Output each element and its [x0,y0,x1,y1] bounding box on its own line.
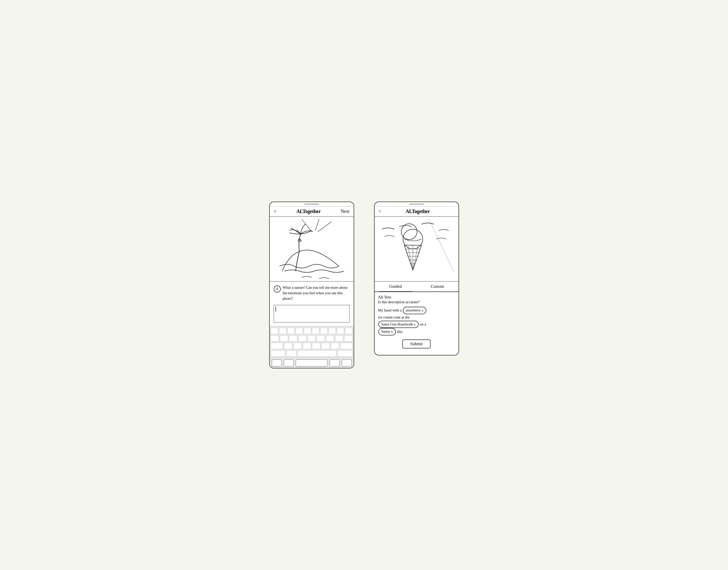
alt-text-body-mid2: on a [420,322,426,326]
key[interactable] [296,328,303,334]
shift-key[interactable] [271,343,284,349]
question-text: What a sunset! Can you tell me more abou… [283,285,350,301]
key[interactable] [312,328,319,334]
svg-line-2 [318,222,331,232]
phone2-title: ALTogether [406,209,430,214]
key[interactable] [345,328,352,334]
key[interactable] [326,335,334,342]
key[interactable] [284,343,293,349]
key[interactable] [316,335,325,342]
key[interactable] [328,328,336,334]
submit-button[interactable]: Submit [402,339,430,348]
svg-line-1 [315,219,319,230]
keyboard-row-1 [271,328,353,334]
tab-custom[interactable]: Custom [417,282,458,291]
phone-1: < ALTogether Next [269,202,354,368]
phone2-nav: < ALTogether [375,207,458,217]
key[interactable] [280,335,288,342]
return-key[interactable] [337,350,352,357]
key[interactable] [279,328,287,334]
tab-bar: Guided Custom [375,282,458,292]
question-number: 1 [274,285,281,292]
bottom-icon-2[interactable] [284,359,294,366]
delete-key[interactable] [340,343,353,349]
tag-strawberry[interactable]: strawberry x [403,307,426,314]
phone1-next-button[interactable]: Next [341,209,350,214]
text-cursor [276,307,276,312]
123-key[interactable] [271,350,286,357]
key[interactable] [321,343,330,349]
tag-sunny[interactable]: Sunny x [378,328,396,335]
phone1-keyboard [270,326,354,358]
alt-text-body-post: day. [397,329,403,333]
key[interactable] [287,328,295,334]
phone1-question-row: 1 What a sunset! Can you tell me more ab… [274,285,350,301]
alt-text-section: Alt Text Is this description accurate? M… [375,292,458,355]
key[interactable] [303,343,311,349]
phone2-status-bar [375,202,458,207]
phone1-notch [304,204,319,205]
phone1-bottom-nav [270,358,354,368]
key[interactable] [337,328,344,334]
key[interactable] [335,335,343,342]
space-key[interactable] [298,350,337,357]
bottom-icon-1[interactable] [272,359,282,366]
key[interactable] [271,328,278,334]
alt-text-label: Alt Text [378,295,455,299]
emoji-key[interactable] [287,350,297,357]
alt-text-body: My hand with a strawberry x ice cream co… [378,307,455,335]
alt-text-question: Is this description accurate? [378,300,455,304]
phone1-status-bar [270,202,354,207]
tag-santa-cruz[interactable]: Santa Cruz Boardwalk x [378,321,419,328]
tab-guided[interactable]: Guided [375,282,417,291]
key[interactable] [304,328,311,334]
key[interactable] [331,343,339,349]
bottom-icon-4[interactable] [342,359,352,366]
keyboard-rows [271,328,353,357]
phone1-nav: < ALTogether Next [270,207,354,217]
submit-row: Submit [378,339,455,352]
svg-line-0 [302,219,312,232]
phone2-image [375,217,458,282]
phone1-image [270,217,354,282]
key[interactable] [271,335,279,342]
key[interactable] [344,335,353,342]
svg-point-4 [299,240,300,241]
key[interactable] [307,335,316,342]
key[interactable] [298,335,307,342]
phone1-back-button[interactable]: < [274,209,276,214]
key[interactable] [293,343,302,349]
key[interactable] [320,328,328,334]
phone1-content: 1 What a sunset! Can you tell me more ab… [270,282,354,326]
alt-text-body-mid1: ice cream cone at the [378,315,410,319]
phone-2: < ALTogether [374,202,459,355]
keyboard-row-2 [271,335,353,342]
phone1-title: ALTogether [297,209,321,214]
phone2-notch [409,204,424,205]
page-container: < ALTogether Next [269,202,459,368]
key[interactable] [289,335,298,342]
bottom-icon-3[interactable] [330,359,340,366]
key[interactable] [312,343,320,349]
phone1-text-input[interactable] [274,305,350,322]
bottom-icon-wide[interactable] [296,359,328,366]
keyboard-row-4 [271,350,353,357]
svg-line-5 [429,219,453,271]
alt-text-body-pre: My hand with a [378,308,402,312]
keyboard-row-3 [271,343,353,349]
phone2-back-button[interactable]: < [379,209,381,214]
